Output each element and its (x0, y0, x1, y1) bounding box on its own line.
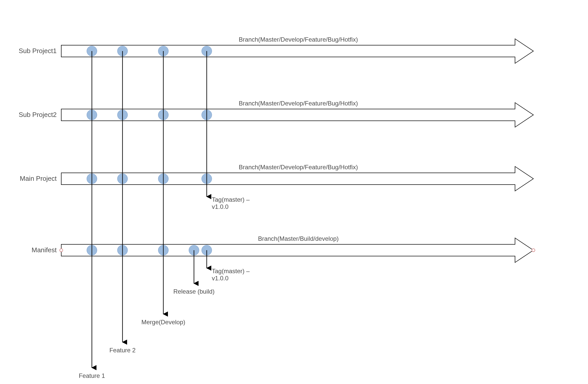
lane-manifest-ring-left (60, 249, 63, 252)
branch-diagram: Sub Project1Branch(Master/Develop/Featur… (0, 0, 588, 384)
lane-sub2: Sub Project2Branch(Master/Develop/Featur… (19, 100, 533, 127)
lane-sub1-label: Sub Project1 (19, 47, 57, 55)
connector-tag-man-label: Tag(master) –v1.0.0 (212, 268, 250, 282)
connector-merge: Merge(Develop) (141, 51, 185, 326)
lane-main-branch-label: Branch(Master/Develop/Feature/Bug/Hotfix… (239, 164, 358, 171)
lane-sub2-branch-label: Branch(Master/Develop/Feature/Bug/Hotfix… (239, 100, 358, 107)
lane-manifest: ManifestBranch(Master/Build/develop) (32, 235, 535, 262)
connector-tag-main: Tag(master) –v1.0.0 (207, 51, 250, 210)
connector-release-label: Release (build) (173, 288, 214, 295)
connector-tag-main-label: Tag(master) –v1.0.0 (212, 196, 250, 210)
lane-sub2-label: Sub Project2 (19, 111, 57, 118)
lane-manifest-branch-label: Branch(Master/Build/develop) (258, 235, 339, 242)
connector-feat2: Feature 2 (109, 51, 136, 354)
lane-sub1-branch-label: Branch(Master/Develop/Feature/Bug/Hotfix… (239, 36, 358, 43)
lane-main: Main ProjectBranch(Master/Develop/Featur… (20, 164, 534, 191)
lane-sub1: Sub Project1Branch(Master/Develop/Featur… (19, 36, 533, 63)
lane-manifest-label: Manifest (32, 246, 57, 254)
lane-manifest-ring-right (532, 249, 535, 252)
connector-feat1-label: Feature 1 (79, 372, 105, 379)
connector-release: Release (build) (173, 250, 214, 295)
connector-feat2-label: Feature 2 (109, 347, 136, 354)
lane-main-label: Main Project (20, 175, 57, 182)
connector-merge-label: Merge(Develop) (141, 319, 185, 326)
connector-feat1: Feature 1 (79, 51, 105, 379)
